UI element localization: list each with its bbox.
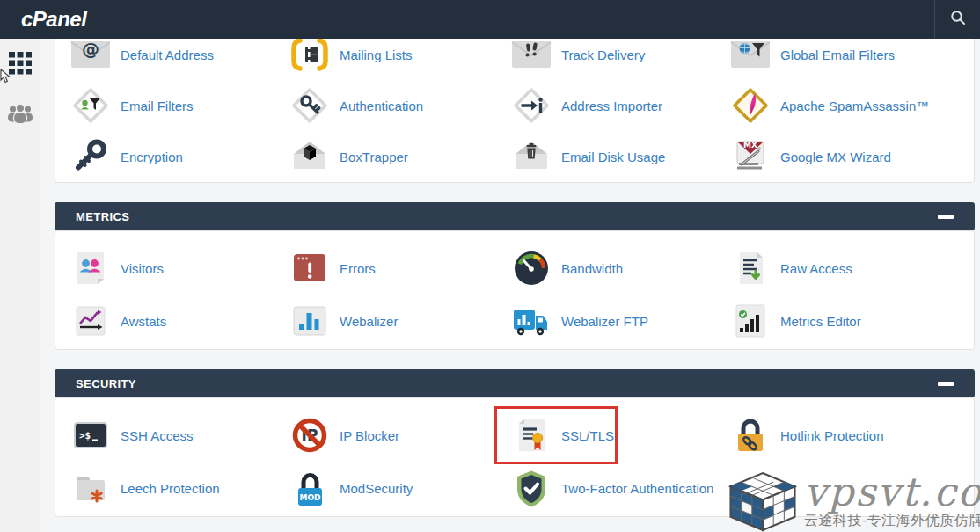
app-item-modsecurity[interactable]: MOD ModSecurity <box>274 462 496 514</box>
app-item-ssl-tls[interactable]: SSL/TLS <box>496 409 715 462</box>
search-button[interactable] <box>934 0 980 39</box>
email-items-grid: @ Default Address Mailing Lists Track De… <box>55 29 974 182</box>
app-item-label[interactable]: IP Blocker <box>340 428 399 443</box>
app-item-label[interactable]: Metrics Editor <box>780 314 861 329</box>
minus-icon <box>938 215 954 219</box>
metrics-section-header[interactable]: METRICS <box>55 202 975 230</box>
app-item-label[interactable]: SSL/TLS <box>561 428 614 443</box>
app-item-label[interactable]: Default Address <box>121 47 214 62</box>
list-tree-icon <box>289 33 331 76</box>
app-item-label[interactable]: Google MX Wizard <box>780 149 891 164</box>
app-item-label[interactable]: Two-Factor Authentication <box>561 481 713 496</box>
app-item-two-factor-authentication[interactable]: Two-Factor Authentication <box>496 462 715 514</box>
minus-icon <box>938 382 954 386</box>
app-item-label[interactable]: ModSecurity <box>340 481 413 496</box>
app-item-label[interactable]: Email Filters <box>121 98 194 113</box>
app-item-label[interactable]: BoxTrapper <box>340 149 408 164</box>
padlock-mod-icon: MOD <box>289 467 331 509</box>
app-item-address-importer[interactable]: Address Importer <box>496 80 715 131</box>
section-title: METRICS <box>76 210 129 223</box>
app-item-hotlink-protection[interactable]: Hotlink Protection <box>715 409 974 462</box>
metrics-section-panel: Visitors Errors Bandwidth Raw Access <box>55 230 975 350</box>
app-item-label[interactable]: Authentication <box>340 98 423 113</box>
app-item-ssh-access[interactable]: >$ SSH Access <box>55 409 274 462</box>
collapse-button[interactable] <box>938 209 954 224</box>
app-item-visitors[interactable]: Visitors <box>55 242 274 295</box>
security-section-panel: >$ SSH Access IP IP Blocker SSL/TLS <box>55 397 975 517</box>
metrics-doc-icon <box>729 300 772 342</box>
app-item-label[interactable]: Address Importer <box>561 98 662 113</box>
app-item-leech-protection[interactable]: Leech Protection <box>55 462 274 514</box>
envelope-arrow-import-icon <box>510 84 552 127</box>
app-item-label[interactable]: Email Disk Usage <box>561 149 665 164</box>
envelope-person-funnel-icon <box>69 84 112 127</box>
envelope-footprints-icon <box>510 33 552 76</box>
app-item-ip-blocker[interactable]: IP IP Blocker <box>274 409 496 462</box>
gauge-icon <box>510 247 552 289</box>
left-sidebar <box>0 39 40 532</box>
error-window-icon <box>289 247 331 289</box>
shield-check-icon <box>510 467 552 509</box>
app-item-label[interactable]: Errors <box>340 261 376 276</box>
truck-chart-icon <box>510 300 552 342</box>
app-item-email-disk-usage[interactable]: Email Disk Usage <box>496 131 715 182</box>
visitors-icon <box>69 247 112 289</box>
app-item-label[interactable]: Global Email Filters <box>780 47 895 62</box>
folder-asterisk-icon <box>69 467 112 509</box>
app-item-apache-spamassassin[interactable]: Apache SpamAssassin™ <box>715 80 974 131</box>
app-item-label[interactable]: Awstats <box>121 314 166 329</box>
search-icon <box>948 8 968 31</box>
app-item-raw-access[interactable]: Raw Access <box>715 242 974 295</box>
app-item-label[interactable]: Raw Access <box>780 261 852 276</box>
svg-text:>$: >$ <box>79 430 91 441</box>
svg-text:MX: MX <box>743 141 757 149</box>
app-item-webalizer[interactable]: Webalizer <box>274 295 496 347</box>
security-items-grid: >$ SSH Access IP IP Blocker SSL/TLS <box>55 398 974 516</box>
padlock-chain-icon <box>729 414 772 456</box>
key-icon <box>69 135 112 178</box>
app-item-label[interactable]: Apache SpamAssassin™ <box>780 98 929 113</box>
app-item-errors[interactable]: Errors <box>274 242 496 295</box>
app-item-boxtrapper[interactable]: BoxTrapper <box>274 131 496 182</box>
app-item-label[interactable]: Leech Protection <box>121 481 220 496</box>
envelope-feather-icon <box>729 84 772 127</box>
app-item-metrics-editor[interactable]: Metrics Editor <box>715 295 974 347</box>
app-item-encryption[interactable]: Encryption <box>55 131 274 182</box>
app-item-label[interactable]: Bandwidth <box>561 261 623 276</box>
bar-chart-icon <box>289 300 331 342</box>
app-item-label[interactable]: SSH Access <box>121 428 194 443</box>
envelope-key-icon <box>289 84 331 127</box>
envelope-globe-funnel-icon <box>729 33 772 76</box>
app-item-label[interactable]: Webalizer <box>340 314 398 329</box>
app-item-label[interactable]: Visitors <box>121 261 164 276</box>
app-item-webalizer-ftp[interactable]: Webalizer FTP <box>496 295 715 347</box>
cpanel-logo[interactable]: cPanel <box>21 7 86 32</box>
app-item-label[interactable]: Webalizer FTP <box>561 314 648 329</box>
terminal-icon: >$ <box>69 414 112 456</box>
svg-text:@: @ <box>82 39 99 60</box>
apps-grid-icon <box>9 52 32 78</box>
line-chart-icon <box>69 300 112 342</box>
user-groups-icon <box>7 104 33 128</box>
email-section-panel: @ Default Address Mailing Lists Track De… <box>55 28 975 183</box>
app-item-awstats[interactable]: Awstats <box>55 295 274 347</box>
app-item-label[interactable]: Hotlink Protection <box>780 428 884 443</box>
app-item-label[interactable]: Encryption <box>121 149 183 164</box>
envelope-box-icon <box>289 135 331 178</box>
metrics-items-grid: Visitors Errors Bandwidth Raw Access <box>55 231 974 349</box>
app-item-email-filters[interactable]: Email Filters <box>55 80 274 131</box>
security-section-header[interactable]: SECURITY <box>55 369 975 397</box>
certificate-icon <box>510 414 552 456</box>
app-item-authentication[interactable]: Authentication <box>274 80 496 131</box>
section-title: SECURITY <box>76 377 136 390</box>
mx-wand-icon: MX <box>729 135 772 178</box>
main-content: @ Default Address Mailing Lists Track De… <box>55 39 975 517</box>
app-item-label[interactable]: Mailing Lists <box>340 47 413 62</box>
envelope-at-icon: @ <box>69 33 112 76</box>
collapse-button[interactable] <box>938 376 954 391</box>
mouse-cursor <box>0 69 11 87</box>
app-item-label[interactable]: Track Delivery <box>561 47 645 62</box>
sidebar-item-users[interactable] <box>0 98 40 134</box>
app-item-bandwidth[interactable]: Bandwidth <box>496 242 715 295</box>
app-item-google-mx-wizard[interactable]: MX Google MX Wizard <box>715 131 974 182</box>
